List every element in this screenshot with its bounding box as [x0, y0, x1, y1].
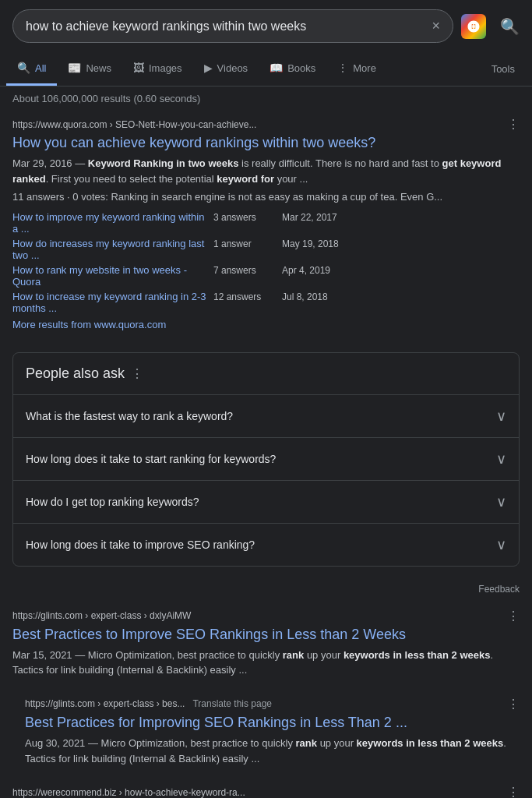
- sitelink-count: 3 answers: [213, 212, 276, 223]
- paa-item[interactable]: How do I get top ranking keywords? ∨: [13, 481, 519, 524]
- result-menu-icon[interactable]: ⋮: [507, 697, 520, 711]
- paa-title: People also ask: [26, 365, 125, 382]
- result-url-text: https://glints.com › expert-class › dxly…: [12, 610, 191, 621]
- images-tab-icon: 🖼: [133, 62, 144, 74]
- books-tab-icon: 📖: [270, 62, 283, 74]
- feedback-link[interactable]: Feedback: [0, 579, 532, 599]
- search-result: https://glints.com › expert-class › dxly…: [0, 599, 532, 687]
- search-bar[interactable]: how to achieve keyword rankings within t…: [12, 9, 453, 43]
- paa-question: How do I get top ranking keywords?: [26, 496, 199, 508]
- search-bar-container: how to achieve keyword rankings within t…: [0, 0, 532, 52]
- paa-question: What is the fastest way to rank a keywor…: [26, 410, 233, 422]
- sitelinks: How to improve my keyword ranking within…: [12, 211, 520, 330]
- tab-more[interactable]: ⋮ More: [326, 52, 387, 86]
- people-also-ask-box: People also ask ⋮ What is the fastest wa…: [12, 352, 520, 567]
- sitelink-count: 7 answers: [213, 265, 276, 276]
- tab-videos[interactable]: ▶ Videos: [193, 52, 259, 86]
- result-title[interactable]: Best Practices to Improve SEO Rankings i…: [12, 625, 520, 644]
- sitelink-title[interactable]: How to improve my keyword ranking within…: [12, 211, 207, 235]
- all-tab-icon: 🔍: [17, 62, 30, 74]
- paa-question: How long does it take to improve SEO ran…: [26, 538, 255, 551]
- result-title[interactable]: How you can achieve keyword rankings wit…: [12, 133, 520, 153]
- result-title[interactable]: Best Practices for Improving SEO Ranking…: [25, 713, 520, 733]
- tab-more-label: More: [353, 62, 376, 74]
- result-snippet: Mar 15, 2021 — Micro Optimization, best …: [12, 648, 520, 678]
- result-snippet: Mar 29, 2016 — Keyword Ranking in two we…: [12, 156, 520, 186]
- sitelink-count: 1 answer: [213, 238, 276, 249]
- sitelink-title[interactable]: How do increases my keyword ranking last…: [12, 238, 207, 261]
- result-url-text: https://www.quora.com › SEO-Nett-How-you…: [12, 119, 256, 130]
- tab-books-label: Books: [287, 62, 315, 74]
- result-url-text: https://werecommend.biz › how-to-achieve…: [12, 787, 245, 798]
- sitelink-row: How to improve my keyword ranking within…: [12, 211, 520, 235]
- results-count: About 106,000,000 results (0.60 seconds): [0, 87, 532, 108]
- more-tab-icon: ⋮: [337, 62, 348, 74]
- paa-item[interactable]: What is the fastest way to rank a keywor…: [13, 395, 519, 438]
- search-result: https://glints.com › expert-class › bes.…: [0, 687, 532, 775]
- chevron-down-icon: ∨: [496, 536, 506, 553]
- search-result: https://www.quora.com › SEO-Nett-How-you…: [0, 108, 532, 340]
- sitelink-date: Jul 8, 2018: [282, 291, 328, 302]
- result-menu-icon[interactable]: ⋮: [507, 609, 520, 623]
- sitelink-row: How do increases my keyword ranking last…: [12, 238, 520, 261]
- result-url-row: https://glints.com › expert-class › dxly…: [12, 609, 520, 623]
- tab-images-label: Images: [149, 62, 182, 74]
- tab-videos-label: Videos: [217, 62, 248, 74]
- chevron-down-icon: ∨: [496, 450, 506, 468]
- tab-all[interactable]: 🔍 All: [6, 52, 57, 86]
- sitelink-title[interactable]: How to rank my website in two weeks - Qu…: [12, 264, 207, 288]
- result-url-text: https://glints.com › expert-class › bes.…: [25, 698, 185, 709]
- sitelink-title[interactable]: How to increase my keyword ranking in 2-…: [12, 291, 207, 314]
- sitelink-row: How to rank my website in two weeks - Qu…: [12, 264, 520, 288]
- sitelink-count: 12 answers: [213, 291, 276, 302]
- result-url-row: https://werecommend.biz › how-to-achieve…: [12, 785, 520, 798]
- paa-item[interactable]: How long does it take to improve SEO ran…: [13, 524, 519, 566]
- tab-images[interactable]: 🖼 Images: [122, 52, 193, 86]
- videos-tab-icon: ▶: [204, 62, 213, 74]
- tab-news[interactable]: 📰 News: [57, 52, 122, 86]
- search-submit-icon[interactable]: 🔍: [500, 17, 520, 36]
- news-tab-icon: 📰: [68, 62, 81, 74]
- result-snippet: Aug 30, 2021 — Micro Optimization, best …: [25, 736, 520, 766]
- result-menu-icon[interactable]: ⋮: [507, 785, 520, 798]
- tab-news-label: News: [86, 62, 111, 74]
- paa-question: How long does it take to start ranking f…: [26, 453, 276, 465]
- paa-item[interactable]: How long does it take to start ranking f…: [13, 438, 519, 481]
- tab-all-label: All: [35, 62, 46, 74]
- search-result: https://werecommend.biz › how-to-achieve…: [0, 775, 532, 798]
- translate-badge: Translate this page: [192, 698, 272, 709]
- result-extra: 11 answers · 0 votes: Ranking in search …: [12, 189, 520, 205]
- tab-books[interactable]: 📖 Books: [259, 52, 326, 86]
- nav-tabs: 🔍 All 📰 News 🖼 Images ▶ Videos 📖 Books ⋮…: [0, 52, 532, 87]
- clear-search-icon[interactable]: ×: [432, 18, 440, 34]
- paa-menu-icon[interactable]: ⋮: [131, 366, 143, 381]
- chevron-down-icon: ∨: [496, 408, 506, 425]
- tools-button[interactable]: Tools: [481, 54, 526, 84]
- sitelink-date: Mar 22, 2017: [282, 212, 337, 223]
- lens-icon: [467, 19, 481, 34]
- svg-point-0: [472, 24, 476, 28]
- result-url-row: https://www.quora.com › SEO-Nett-How-you…: [12, 117, 520, 132]
- result-menu-icon[interactable]: ⋮: [507, 117, 520, 132]
- search-query-text: how to achieve keyword rankings within t…: [26, 19, 425, 34]
- sitelink-row: How to increase my keyword ranking in 2-…: [12, 291, 520, 314]
- paa-header: People also ask ⋮: [13, 353, 519, 395]
- result-url-row: https://glints.com › expert-class › bes.…: [25, 697, 520, 711]
- chevron-down-icon: ∨: [496, 493, 506, 510]
- google-lens-button[interactable]: [461, 14, 486, 39]
- sitelink-date: May 19, 2018: [282, 238, 339, 249]
- sitelink-date: Apr 4, 2019: [282, 265, 330, 276]
- more-results-link[interactable]: More results from www.quora.com: [12, 319, 520, 330]
